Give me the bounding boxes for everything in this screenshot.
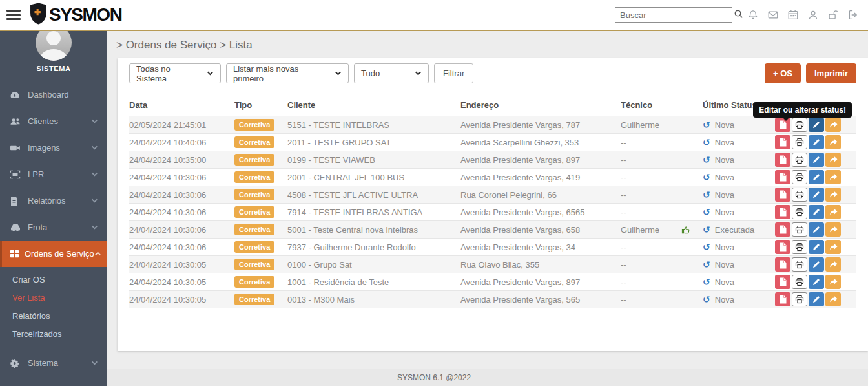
sidebar-item-label: Dashboard bbox=[28, 90, 98, 100]
submenu-item-criar-os[interactable]: Criar OS bbox=[0, 271, 107, 289]
sidebar-item-ordens-de-servico[interactable]: Ordens de Serviço bbox=[0, 241, 107, 267]
search-box bbox=[615, 7, 732, 23]
order-select[interactable]: Listar mais novas primeiro bbox=[226, 63, 349, 83]
status-history-icon[interactable]: ↺ bbox=[703, 172, 710, 182]
submenu-item-relatorios[interactable]: Relatórios bbox=[0, 307, 107, 325]
status-history-icon[interactable]: ↺ bbox=[703, 277, 710, 287]
edit-status-button[interactable] bbox=[809, 240, 824, 254]
chevron-down-icon bbox=[91, 118, 98, 125]
print-row-button[interactable] bbox=[792, 292, 807, 306]
sidebar-item-sistema[interactable]: Sistema bbox=[0, 350, 107, 376]
print-row-button[interactable] bbox=[792, 188, 807, 202]
edit-status-button[interactable] bbox=[809, 118, 824, 132]
pdf-button[interactable] bbox=[775, 170, 790, 184]
edit-status-button[interactable] bbox=[809, 257, 824, 272]
pdf-button[interactable] bbox=[775, 257, 790, 272]
status-history-icon[interactable]: ↺ bbox=[703, 137, 710, 147]
cell-cliente: 2001 - CENTRAL JFL 100 BUS bbox=[287, 169, 460, 186]
sidebar-item-clientes[interactable]: Clientes bbox=[0, 108, 107, 134]
sidebar-item-dashboard[interactable]: Dashboard bbox=[0, 81, 107, 108]
cell-status: ↺Nova bbox=[703, 151, 775, 169]
print-button[interactable]: Imprimir bbox=[806, 63, 856, 83]
status-history-icon[interactable]: ↺ bbox=[703, 242, 710, 252]
sidebar-item-frota[interactable]: Frota bbox=[0, 214, 107, 241]
forward-button[interactable] bbox=[825, 240, 841, 254]
cell-tipo: Corretiva bbox=[234, 221, 287, 239]
edit-status-button[interactable] bbox=[809, 205, 824, 219]
edit-status-button[interactable] bbox=[809, 222, 824, 237]
sidebar-item-lpr[interactable]: LPR bbox=[0, 161, 107, 188]
edit-status-button[interactable] bbox=[809, 170, 824, 184]
forward-button[interactable] bbox=[825, 170, 841, 184]
sidebar-item-relatorios[interactable]: Relatórios bbox=[0, 188, 107, 214]
status-history-icon[interactable]: ↺ bbox=[703, 259, 710, 270]
calendar-icon[interactable] bbox=[783, 9, 803, 21]
scope-select[interactable]: Todas no Sistema bbox=[129, 63, 221, 83]
cell-cliente: 7937 - Guilherme Durante Rodolfo bbox=[287, 239, 460, 256]
forward-button[interactable] bbox=[825, 153, 841, 167]
filter-button[interactable]: Filtrar bbox=[434, 63, 473, 83]
pdf-button[interactable] bbox=[775, 292, 790, 306]
edit-status-button[interactable] bbox=[809, 292, 824, 306]
print-row-button[interactable] bbox=[792, 170, 807, 184]
bell-icon[interactable] bbox=[743, 9, 763, 21]
forward-button[interactable] bbox=[825, 275, 841, 289]
print-row-button[interactable] bbox=[792, 257, 807, 272]
status-history-icon[interactable]: ↺ bbox=[703, 155, 710, 165]
pdf-button[interactable] bbox=[775, 188, 790, 202]
forward-button[interactable] bbox=[825, 292, 841, 306]
status-history-icon[interactable]: ↺ bbox=[703, 120, 710, 130]
search-input[interactable] bbox=[620, 10, 734, 20]
user-icon[interactable] bbox=[803, 9, 823, 21]
chevron-down-icon bbox=[335, 70, 342, 77]
forward-button[interactable] bbox=[825, 118, 841, 132]
status-history-icon[interactable]: ↺ bbox=[703, 189, 710, 200]
sidebar-item-imagens[interactable]: Imagens bbox=[0, 134, 107, 161]
pdf-button[interactable] bbox=[775, 240, 790, 254]
pdf-button[interactable] bbox=[775, 222, 790, 237]
print-row-button[interactable] bbox=[792, 240, 807, 254]
submenu-item-terceirizados[interactable]: Terceirizados bbox=[0, 325, 107, 343]
edit-status-tooltip: Editar ou alterar status! bbox=[753, 102, 852, 118]
edit-status-button[interactable] bbox=[809, 135, 824, 149]
add-os-button[interactable]: + OS bbox=[765, 63, 801, 83]
search-icon[interactable] bbox=[734, 9, 743, 21]
forward-button[interactable] bbox=[825, 135, 841, 149]
print-row-button[interactable] bbox=[792, 153, 807, 167]
print-row-button[interactable] bbox=[792, 275, 807, 289]
print-row-button[interactable] bbox=[792, 205, 807, 219]
cell-date: 24/04/2024 10:30:06 bbox=[129, 239, 234, 256]
pdf-button[interactable] bbox=[775, 135, 790, 149]
status-history-icon[interactable]: ↺ bbox=[703, 224, 710, 235]
cell-status: ↺Nova bbox=[703, 204, 775, 221]
pdf-button[interactable] bbox=[775, 275, 790, 289]
cell-date: 24/04/2024 10:30:06 bbox=[129, 169, 234, 186]
print-row-button[interactable] bbox=[792, 135, 807, 149]
forward-button[interactable] bbox=[825, 205, 841, 219]
signout-icon[interactable] bbox=[843, 9, 863, 21]
cell-cliente: 5001 - Teste Central nova Intelbras bbox=[287, 221, 460, 239]
hamburger-menu-icon[interactable] bbox=[6, 10, 21, 20]
forward-button[interactable] bbox=[825, 222, 841, 237]
submenu-item-ver-lista[interactable]: Ver Lista bbox=[0, 289, 107, 307]
status-history-icon[interactable]: ↺ bbox=[703, 207, 710, 217]
unlock-icon[interactable] bbox=[823, 9, 843, 21]
edit-status-button[interactable] bbox=[809, 153, 824, 167]
forward-button[interactable] bbox=[825, 188, 841, 202]
type-select[interactable]: Tudo bbox=[354, 63, 429, 83]
print-row-button[interactable] bbox=[792, 222, 807, 237]
cell-date: 24/04/2024 10:30:05 bbox=[129, 291, 234, 308]
print-row-button[interactable] bbox=[792, 118, 807, 132]
cell-actions bbox=[775, 239, 856, 256]
edit-status-button[interactable] bbox=[809, 275, 824, 289]
status-history-icon[interactable]: ↺ bbox=[703, 294, 710, 305]
status-label: Nova bbox=[715, 173, 734, 182]
lpr-icon bbox=[10, 169, 23, 180]
edit-status-button[interactable] bbox=[809, 188, 824, 202]
envelope-icon[interactable] bbox=[763, 9, 783, 21]
pdf-button[interactable] bbox=[775, 205, 790, 219]
forward-button[interactable] bbox=[825, 257, 841, 272]
cell-date: 02/05/2024 21:45:01 bbox=[129, 116, 234, 134]
sidebar-item-ajuda[interactable]: Ajuda bbox=[0, 376, 107, 386]
pdf-button[interactable] bbox=[775, 153, 790, 167]
